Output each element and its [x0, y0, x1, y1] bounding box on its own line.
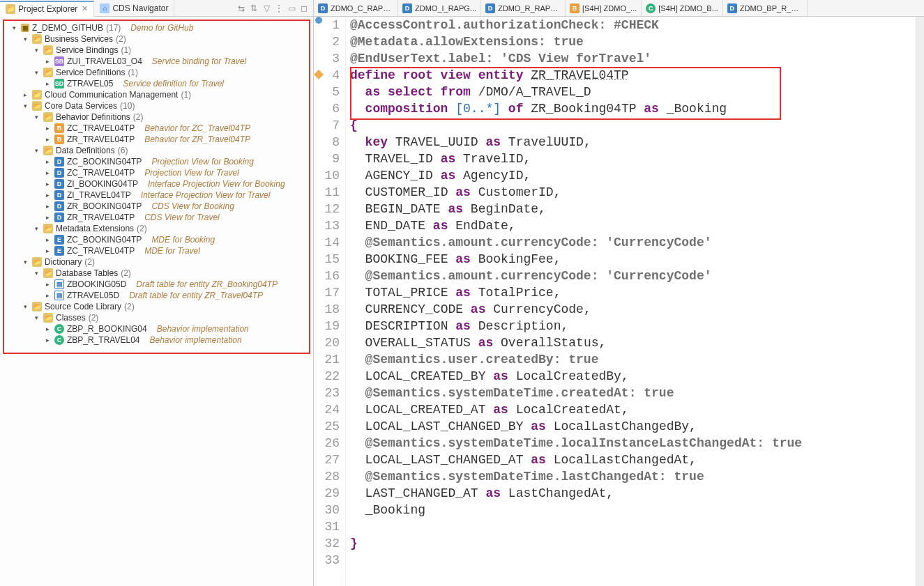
code-token: CustomerID,	[478, 185, 561, 199]
collapse-icon[interactable]: ⇆	[236, 3, 246, 13]
tree-node-dictionary[interactable]: ▾ 📂 Dictionary (2)	[6, 256, 308, 268]
expand-icon[interactable]: ▾	[21, 303, 29, 310]
editor-tabs: DZDMO_C_RAPG... DZDMO_I_RAPG... DZDMO_R_…	[314, 0, 924, 17]
tree-leaf-dd5[interactable]: ▸DZR_BOOKING04TPCDS View for Booking	[6, 201, 308, 212]
code-line: @Semantics.amount.currencyCode: 'Currenc…	[350, 269, 711, 283]
table-icon: ▤	[54, 291, 64, 300]
code-editor[interactable]: 1 23 4 56789 1011121314 1516171819 20212…	[314, 17, 916, 586]
tree-node-core-data-services[interactable]: ▾ 📂 Core Data Services (10)	[6, 100, 308, 111]
tree-leaf-cls2[interactable]: ▸CZBP_R_TRAVEL04Behavior implementation	[6, 334, 308, 346]
tree-leaf-bd1[interactable]: ▸ B ZC_TRAVEL04TP Behavior for ZC_Travel…	[6, 123, 308, 134]
tree-node-cloud-comm[interactable]: ▸ 📁 Cloud Communication Management (1)	[6, 89, 308, 100]
folder-icon: 📂	[43, 313, 53, 323]
expand-icon[interactable]: ▾	[10, 24, 18, 31]
maximize-icon[interactable]: ◻	[299, 3, 309, 13]
tree-leaf-sb[interactable]: ▸ SB ZUI_TRAVEL03_O4 Service binding for…	[6, 56, 308, 67]
folder-icon: 📁	[32, 90, 42, 100]
tab-label: [S4H] ZDMO_B...	[658, 4, 718, 13]
warning-marker-icon[interactable]	[314, 70, 324, 79]
tree-node-classes[interactable]: ▾ 📂 Classes (2)	[6, 312, 308, 323]
tree-node-behavior-defs[interactable]: ▾ 📂 Behavior Definitions (2)	[6, 111, 308, 123]
expand-icon[interactable]: ▾	[21, 259, 29, 265]
tab-project-explorer[interactable]: 📁 Project Explorer ✕	[0, 1, 94, 17]
node-count: (2)	[124, 302, 135, 311]
code-token	[350, 319, 365, 333]
filter-icon[interactable]: ▽	[262, 3, 271, 13]
close-icon[interactable]: ✕	[82, 4, 88, 13]
node-desc: Interface Projection View for Booking	[148, 179, 285, 189]
expand-icon[interactable]: ▾	[32, 47, 40, 54]
node-count: (2)	[89, 313, 99, 323]
node-label: ZC_TRAVEL04TP	[67, 168, 135, 178]
editor-tab[interactable]: DZDMO_C_RAPG...	[314, 0, 398, 16]
expand-icon[interactable]: ▸	[43, 169, 52, 176]
tree-leaf-dd1[interactable]: ▸DZC_BOOKING04TPProjection View for Book…	[6, 156, 308, 167]
tree-node-service-bindings[interactable]: ▾ 📂 Service Bindings (1)	[6, 45, 308, 56]
tree-leaf-bd2[interactable]: ▸ B ZR_TRAVEL04TP Behavior for ZR_Travel…	[6, 134, 308, 145]
editor-tab[interactable]: C[S4H] ZDMO_B...	[642, 0, 723, 16]
expand-icon[interactable]: ▸	[43, 292, 52, 299]
editor-tab[interactable]: DZDMO_BP_R_RA...	[723, 0, 808, 16]
link-icon[interactable]: ⇅	[249, 3, 259, 13]
code-content[interactable]: @AccessControl.authorizationCheck: #CHEC…	[346, 17, 802, 586]
expand-icon[interactable]: ▸	[43, 203, 52, 210]
tree-leaf-dd2[interactable]: ▸DZC_TRAVEL04TPProjection View for Trave…	[6, 167, 308, 178]
expand-icon[interactable]: ▸	[43, 247, 52, 254]
code-token: as	[478, 135, 508, 149]
expand-icon[interactable]: ▸	[43, 236, 52, 243]
code-line: @Semantics.systemDateTime.lastChangedAt:…	[350, 470, 704, 484]
editor-tab[interactable]: DZDMO_I_RAPG...	[398, 0, 481, 16]
tree-leaf-tbl1[interactable]: ▸▤ZBOOKING05DDraft table for entity ZR_B…	[6, 279, 308, 290]
tab-cds-navigator[interactable]: ⌂ CDS Navigator	[94, 0, 174, 16]
expand-icon[interactable]: ▾	[21, 36, 29, 43]
code-token: TotalPrice,	[478, 286, 561, 300]
expand-icon[interactable]: ▸	[43, 158, 52, 165]
menu-icon[interactable]: ⋮	[274, 3, 284, 13]
expand-icon[interactable]: ▸	[43, 192, 52, 199]
tree-node-data-defs[interactable]: ▾ 📂 Data Definitions (6)	[6, 145, 308, 156]
code-line: @Semantics.systemDateTime.createdAt: tru…	[350, 386, 674, 400]
fold-marker-icon[interactable]	[315, 17, 322, 24]
tree-node-service-definitions[interactable]: ▾ 📂 Service Definitions (1)	[6, 67, 308, 78]
project-tree[interactable]: ▾ ▦ Z_DEMO_GITHUB (17) Demo for GitHub ▾…	[0, 17, 313, 586]
code-token: LOCAL_CREATED_AT	[365, 403, 486, 417]
code-token: LOCAL_LAST_CHANGED_BY	[365, 419, 524, 433]
tree-leaf-dd3[interactable]: ▸DZI_BOOKING04TPInterface Projection Vie…	[6, 178, 308, 190]
tree-leaf-cls1[interactable]: ▸CZBP_R_BOOKING04Behavior implementation	[6, 323, 308, 334]
expand-icon[interactable]: ▸	[43, 281, 52, 288]
editor-tab[interactable]: B[S4H] ZDMO_...	[566, 0, 642, 16]
tree-leaf-me1[interactable]: ▸EZC_BOOKING04TPMDE for Booking	[6, 234, 308, 245]
tree-leaf-me2[interactable]: ▸EZC_TRAVEL04TPMDE for Travel	[6, 245, 308, 256]
tree-leaf-dd6[interactable]: ▸DZR_TRAVEL04TPCDS View for Travel	[6, 212, 308, 223]
expand-icon[interactable]: ▸	[43, 180, 52, 187]
expand-icon[interactable]: ▸	[43, 125, 52, 132]
expand-icon[interactable]: ▸	[43, 80, 52, 87]
tree-node-source-code[interactable]: ▾ 📂 Source Code Library (2)	[6, 301, 308, 312]
expand-icon[interactable]: ▾	[21, 102, 29, 109]
expand-icon[interactable]: ▾	[32, 69, 40, 76]
expand-icon[interactable]: ▸	[43, 325, 52, 332]
editor-tab[interactable]: DZDMO_R_RAPG...	[481, 0, 566, 16]
expand-icon[interactable]: ▸	[43, 58, 52, 65]
data-def-icon: D	[485, 3, 495, 13]
expand-icon[interactable]: ▾	[32, 225, 40, 232]
expand-icon[interactable]: ▸	[43, 136, 52, 143]
tree-leaf-tbl2[interactable]: ▸▤ZTRAVEL05DDraft table for entity ZR_Tr…	[6, 290, 308, 301]
tree-leaf-dd4[interactable]: ▸DZI_TRAVEL04TPInterface Projection View…	[6, 190, 308, 201]
expand-icon[interactable]: ▾	[32, 270, 40, 277]
tree-node-meta-ext[interactable]: ▾ 📂 Metadata Extensions (2)	[6, 223, 308, 234]
expand-icon[interactable]: ▸	[43, 337, 52, 344]
expand-icon[interactable]: ▸	[21, 91, 29, 98]
tree-node-business-services[interactable]: ▾ 📂 Business Services (2)	[6, 33, 308, 45]
minimize-icon[interactable]: ▭	[287, 3, 296, 13]
expand-icon[interactable]: ▸	[43, 214, 52, 221]
tree-node-db-tables[interactable]: ▾ 📂 Database Tables (2)	[6, 268, 308, 279]
node-label: Dictionary	[45, 257, 82, 267]
tree-node-root[interactable]: ▾ ▦ Z_DEMO_GITHUB (17) Demo for GitHub	[6, 22, 308, 33]
tree-highlight-box: ▾ ▦ Z_DEMO_GITHUB (17) Demo for GitHub ▾…	[3, 20, 310, 354]
expand-icon[interactable]: ▾	[32, 114, 40, 121]
expand-icon[interactable]: ▾	[32, 314, 40, 321]
expand-icon[interactable]: ▾	[32, 147, 40, 154]
tree-leaf-sd[interactable]: ▸ SD ZTRAVEL05 Service definition for Tr…	[6, 78, 308, 89]
vertical-scrollbar[interactable]	[916, 17, 924, 586]
